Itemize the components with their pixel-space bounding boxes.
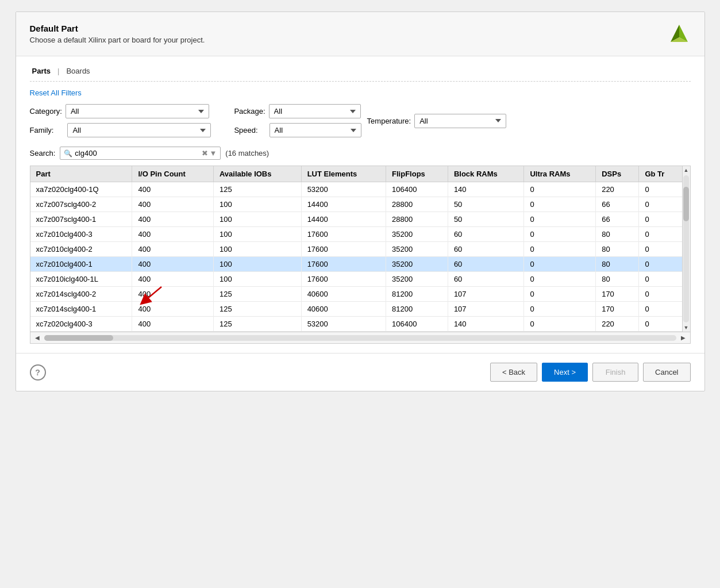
search-box: 🔍 ✖ ▼ [60,147,221,160]
v-scroll-thumb[interactable] [683,187,689,221]
speed-select[interactable]: All [269,123,361,137]
table-row[interactable]: xc7z010iclg400-1L4001001760035200600800 [30,272,682,287]
next-button[interactable]: Next > [542,363,588,382]
family-label: Family: [30,126,54,134]
cell-dsps: 80 [596,227,639,242]
finish-button[interactable]: Finish [592,363,638,382]
table-row[interactable]: xc7z014sclg400-1400125406008120010701700 [30,302,682,317]
help-button[interactable]: ? [30,364,46,381]
table-row[interactable]: xc7z007sclg400-14001001440028800500660 [30,212,682,227]
search-clear-icon[interactable]: ✖ [202,149,208,157]
filters-right-group: Temperature: All [367,114,507,128]
cell-part: xc7z010clg400-3 [30,227,132,242]
tab-boards[interactable]: Boards [64,66,92,76]
cell-flipflops: 81200 [386,302,448,317]
cell-block_rams: 107 [448,302,524,317]
category-label: Category: [30,107,62,116]
vertical-scrollbar[interactable]: ▲ ▼ [682,166,690,332]
scroll-left-arrow[interactable]: ◀ [33,333,42,342]
cell-block_rams: 60 [448,257,524,272]
family-select[interactable]: All [67,123,211,137]
dialog-title: Default Part [30,24,205,33]
cell-part: xc7z007sclg400-1 [30,212,132,227]
cell-lut_elements: 17600 [301,227,386,242]
table-row[interactable]: xc7z010clg400-14001001760035200600800 [30,257,682,272]
table-row[interactable]: xc7z010clg400-34001001760035200600800 [30,227,682,242]
package-filter-row: Package: All [234,104,361,118]
cell-gb_tr: 0 [639,272,682,287]
back-button[interactable]: < Back [490,363,537,382]
parts-table-container: Part I/O Pin Count Available IOBs LUT El… [30,166,691,344]
reset-filters-link[interactable]: Reset All Filters [30,89,82,97]
cell-lut_elements: 17600 [301,272,386,287]
table-wrapper[interactable]: Part I/O Pin Count Available IOBs LUT El… [30,166,690,332]
filters-left-group: Category: All Family: All [30,104,211,137]
cell-available_iobs: 100 [213,197,301,212]
cell-gb_tr: 0 [639,182,682,197]
cell-ultra_rams: 0 [524,317,596,332]
table-row[interactable]: xc7z010clg400-24001001760035200600800 [30,242,682,257]
col-gb-tr: Gb Tr [639,166,682,182]
horizontal-scrollbar[interactable]: ◀ ▶ [30,332,690,343]
cancel-button[interactable]: Cancel [643,363,690,382]
cell-gb_tr: 0 [639,302,682,317]
scroll-right-arrow[interactable]: ▶ [679,333,688,342]
cell-dsps: 220 [596,317,639,332]
cell-io_pin_count: 400 [132,257,213,272]
category-select[interactable]: All [66,104,209,118]
search-dropdown-icon[interactable]: ▼ [209,149,217,157]
cell-ultra_rams: 0 [524,227,596,242]
cell-dsps: 170 [596,287,639,302]
cell-gb_tr: 0 [639,212,682,227]
cell-part: xc7z014sclg400-2 [30,287,132,302]
tab-parts[interactable]: Parts [30,66,53,76]
cell-lut_elements: 53200 [301,182,386,197]
tabs-container: Parts | Boards [30,66,691,82]
table-row[interactable]: xa7z020clg400-1Q400125532001064001400220… [30,182,682,197]
h-scroll-track[interactable] [44,335,676,341]
cell-flipflops: 106400 [386,182,448,197]
dialog-header: Default Part Choose a default Xilinx par… [16,12,704,56]
search-row: Search: 🔍 ✖ ▼ (16 matches) [30,147,691,160]
table-row[interactable]: xc7z020clg400-34001255320010640014002200 [30,317,682,332]
cell-ultra_rams: 0 [524,197,596,212]
package-select[interactable]: All [269,104,361,118]
cell-ultra_rams: 0 [524,257,596,272]
cell-available_iobs: 100 [213,257,301,272]
cell-ultra_rams: 0 [524,212,596,227]
col-dsps: DSPs [596,166,639,182]
cell-gb_tr: 0 [639,197,682,212]
table-row[interactable]: xc7z007sclg400-24001001440028800500660 [30,197,682,212]
search-icon: 🔍 [64,149,72,157]
cell-io_pin_count: 400 [132,212,213,227]
cell-available_iobs: 125 [213,287,301,302]
header-text: Default Part Choose a default Xilinx par… [30,24,205,44]
cell-part: xc7z020clg400-3 [30,317,132,332]
col-io-pin-count: I/O Pin Count [132,166,213,182]
cell-dsps: 80 [596,242,639,257]
col-flipflops: FlipFlops [386,166,448,182]
temperature-select[interactable]: All [414,114,506,128]
cell-flipflops: 106400 [386,317,448,332]
cell-ultra_rams: 0 [524,242,596,257]
v-scroll-track[interactable] [683,175,689,322]
cell-available_iobs: 100 [213,227,301,242]
dialog-footer: ? < Back Next > Finish Cancel [16,353,704,391]
h-scroll-thumb[interactable] [44,335,113,341]
col-ultra-rams: Ultra RAMs [524,166,596,182]
table-outer: Part I/O Pin Count Available IOBs LUT El… [30,166,690,332]
search-input[interactable] [75,149,202,157]
dialog-content: Parts | Boards Reset All Filters Categor… [16,56,704,353]
cell-ultra_rams: 0 [524,302,596,317]
cell-available_iobs: 125 [213,182,301,197]
cell-block_rams: 50 [448,197,524,212]
cell-dsps: 80 [596,272,639,287]
cell-gb_tr: 0 [639,227,682,242]
scroll-up-arrow[interactable]: ▲ [683,166,690,174]
filters-middle-group: Package: All Speed: All [234,104,361,137]
cell-available_iobs: 100 [213,272,301,287]
dialog-subtitle: Choose a default Xilinx part or board fo… [30,36,205,44]
cell-gb_tr: 0 [639,257,682,272]
scroll-down-arrow[interactable]: ▼ [683,324,690,332]
table-row[interactable]: xc7z014sclg400-2400125406008120010701700 [30,287,682,302]
